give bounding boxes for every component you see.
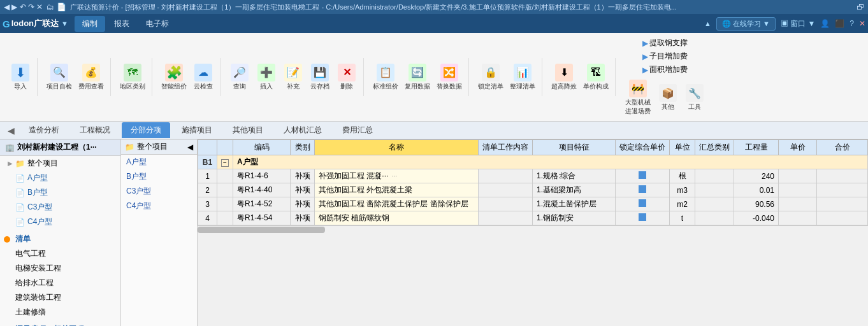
- root-expand-icon: ▶: [8, 160, 13, 167]
- h-scrollbar-thumb[interactable]: [198, 227, 325, 233]
- region-btn[interactable]: 🗺 地区类别: [117, 62, 148, 92]
- row3-unit: m2: [670, 197, 695, 211]
- single-compose-btn[interactable]: 🏗 单价构成: [581, 62, 611, 92]
- area-add-btn[interactable]: ▶ 面积增加费: [640, 64, 690, 76]
- reuse-data-btn[interactable]: 🔄 复用数据: [402, 62, 433, 92]
- window-btn[interactable]: ▣ 窗口 ▼: [781, 18, 816, 29]
- logo-dropdown-icon[interactable]: ▼: [61, 20, 68, 27]
- nav-measures[interactable]: 施措项目: [173, 122, 221, 138]
- row2-expand: [217, 183, 233, 197]
- reduce-row: ⬇ 超高降效 🏗 单价构成: [549, 62, 611, 92]
- sub-tree-item-b[interactable]: B户型: [121, 169, 197, 184]
- menu-item-edit[interactable]: 编制: [75, 16, 105, 32]
- cloud-check-btn[interactable]: ☁ 云检查: [191, 62, 216, 92]
- sidebar-item-civil1[interactable]: 土建修缮: [0, 305, 120, 320]
- insert-btn[interactable]: ➕ 插入: [254, 62, 279, 92]
- row2-name-text: 其他加固工程 外包混凝土梁: [319, 185, 412, 194]
- query-btn[interactable]: 🔎 查询: [227, 62, 252, 92]
- close-btn[interactable]: ✕: [859, 19, 865, 28]
- sidebar-item-decor1[interactable]: 建筑装饰工程: [0, 290, 120, 305]
- sidebar-item-c3-type[interactable]: 📄 C3户型: [0, 200, 120, 215]
- delete-btn[interactable]: ✕ 删除: [334, 62, 359, 92]
- row1-name-text: 补强加固工程 混凝···: [319, 171, 388, 180]
- title-text: 广联达预算计价 - [招标管理 - 刘村新村建设工程（1）一期多层住宅加装电梯工…: [70, 3, 677, 12]
- sidebar-item-root[interactable]: ▶ 📁 整个项目: [0, 156, 120, 171]
- row4-expand: [217, 211, 233, 225]
- row1-total: [817, 169, 868, 183]
- row2-total: [817, 183, 868, 197]
- c4-type-icon: 📄: [15, 218, 25, 227]
- question-icon[interactable]: ?: [850, 19, 854, 28]
- menu-item-report[interactable]: 报表: [106, 16, 137, 32]
- nav-overview[interactable]: 工程概况: [71, 122, 119, 138]
- row1-lock-checkbox[interactable]: [639, 171, 646, 179]
- supplement-btn[interactable]: 📝 补充: [280, 62, 306, 92]
- nav-other-items[interactable]: 其他项目: [224, 122, 272, 138]
- cloud-save-btn[interactable]: 💾 云存档: [307, 62, 333, 92]
- row1-dots-btn[interactable]: ···: [391, 173, 398, 180]
- row2-unit: m3: [670, 183, 695, 197]
- nav-section-items[interactable]: 分部分项: [122, 122, 170, 138]
- heavy-machine-btn[interactable]: 🚧 大型机械 进退场费: [622, 78, 654, 117]
- check-row: 🔍 项目自检 💰 费用查看: [44, 62, 106, 92]
- row1-qty: 240: [734, 169, 779, 183]
- organize-list-btn[interactable]: 📊 整理清单: [507, 62, 538, 92]
- sidebar-item-c4-type[interactable]: 📄 C4户型: [0, 215, 120, 229]
- row3-lock: [616, 197, 670, 211]
- b1-expand-icon[interactable]: −: [221, 159, 229, 167]
- row3-qty: 90.56: [734, 197, 779, 211]
- th-summary-type: 汇总类别: [695, 140, 734, 155]
- data-table: 编码 类别 名称 清单工作内容 项目特征 锁定综合单价 单位 汇总类别 工程量 …: [198, 139, 868, 225]
- sub-tree-item-c3[interactable]: C3户型: [121, 184, 197, 199]
- nav-fee-summary[interactable]: 费用汇总: [333, 122, 382, 138]
- b1-expand-cell[interactable]: −: [217, 155, 233, 169]
- row1-type: 补项: [291, 169, 315, 183]
- b1-name-cell: A户型: [233, 155, 868, 169]
- standard-combine-btn[interactable]: 📋 标准组价: [370, 62, 401, 92]
- sub-item-add-btn[interactable]: ▶ 子目增加费: [640, 50, 690, 62]
- project-check-btn[interactable]: 🔍 项目自检: [44, 62, 75, 92]
- extract-support-btn[interactable]: ▶ 提取钢支撑: [640, 37, 690, 49]
- sidebar-group-qingdan[interactable]: 清单: [0, 232, 120, 246]
- qingdan-group-icon: [4, 236, 10, 243]
- title-bar-icon-doc: 🗂 📄: [47, 3, 66, 11]
- toolbar-group-import: ⬇ 导入: [4, 58, 38, 96]
- th-qty: 工程量: [734, 140, 779, 155]
- online-study-btn[interactable]: 🌐 在线学习 ▼: [716, 17, 776, 31]
- left-sidebar: 🏢 刘村新村建设工程（1··· ▶ 📁 整个项目 📄 A户型 📄 B户型 📄 C…: [0, 139, 121, 326]
- nav-arrow-left[interactable]: ◀: [5, 125, 17, 136]
- row3-lock-checkbox[interactable]: [639, 199, 646, 207]
- sub-tree-item-c4[interactable]: C4户型: [121, 199, 197, 213]
- c3-type-label: C3户型: [27, 202, 52, 213]
- user-icon[interactable]: 👤: [820, 19, 830, 28]
- collapse-icon[interactable]: ◀: [187, 143, 193, 152]
- table-header-row: 编码 类别 名称 清单工作内容 项目特征 锁定综合单价 单位 汇总类别 工程量 …: [198, 140, 868, 155]
- nav-labor-material[interactable]: 人材机汇总: [275, 122, 331, 138]
- others-btn[interactable]: 📦 其他: [655, 83, 681, 113]
- replace-data-btn[interactable]: 🔀 替换数据: [434, 62, 465, 92]
- toolbar-group-smart: 🧩 智能组价 ☁ 云检查: [155, 58, 221, 96]
- sidebar-item-elevator1[interactable]: 电梯安装工程: [0, 261, 120, 276]
- sub-tree-item-a[interactable]: A户型: [121, 155, 197, 169]
- sidebar-item-b-type[interactable]: 📄 B户型: [0, 185, 120, 200]
- row2-num: 2: [198, 183, 217, 197]
- sidebar-item-a-type[interactable]: 📄 A户型: [0, 171, 120, 185]
- sidebar-item-water1[interactable]: 给排水工程: [0, 276, 120, 290]
- sub-tree-header-label: 整个项目: [137, 141, 168, 152]
- fee-check-btn[interactable]: 💰 费用查看: [76, 62, 106, 92]
- nav-cost-analysis[interactable]: 造价分析: [20, 122, 68, 138]
- smart-combine-btn[interactable]: 🧩 智能组价: [159, 62, 189, 92]
- row1-summary: [695, 169, 734, 183]
- menu-item-electronic[interactable]: 电子标: [138, 16, 177, 32]
- sidebar-item-electric1[interactable]: 电气工程: [0, 246, 120, 261]
- row4-type: 补项: [291, 211, 315, 225]
- h-scrollbar[interactable]: [198, 225, 868, 233]
- import-btn[interactable]: ⬇ 导入: [8, 62, 33, 92]
- row4-lock-checkbox[interactable]: [639, 213, 646, 221]
- row2-lock-checkbox[interactable]: [639, 185, 646, 193]
- lock-list-btn[interactable]: 🔒 锁定清单: [475, 62, 506, 92]
- super-reduce-btn[interactable]: ⬇ 超高降效: [549, 62, 579, 92]
- tools-btn[interactable]: 🔧 工具: [682, 83, 707, 113]
- sub-tree-header[interactable]: 📁 整个项目 ◀: [121, 139, 197, 155]
- sidebar-group-missing[interactable]: 漏量扇项（相差工程···: [0, 322, 120, 326]
